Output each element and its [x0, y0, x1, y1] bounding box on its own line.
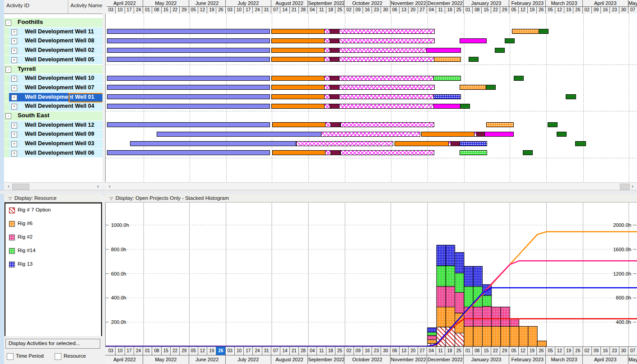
week-cell[interactable]: 26 — [537, 347, 546, 355]
gantt-bar-maroon[interactable] — [330, 76, 340, 81]
week-cell[interactable]: 06 — [391, 347, 400, 355]
gantt-bar-dot-orange[interactable] — [512, 29, 539, 34]
gantt-bar-actual[interactable] — [107, 57, 270, 62]
histogram-bar-segment[interactable] — [501, 307, 510, 327]
week-cell[interactable]: 25 — [335, 7, 344, 14]
histogram-bar-segment[interactable] — [437, 245, 446, 266]
resource-checkbox[interactable] — [55, 353, 61, 360]
gantt-bar-maroon[interactable] — [330, 150, 340, 155]
gantt-bar-dot-blue[interactable] — [433, 94, 461, 99]
resource-panel-header[interactable]: ▽Display: Resource — [4, 194, 102, 203]
scroll-left-icon[interactable]: ‹ — [5, 183, 12, 190]
week-cell[interactable]: 15 — [162, 7, 171, 14]
week-cell[interactable]: 20 — [409, 347, 418, 355]
week-cell[interactable]: 15 — [482, 7, 491, 14]
activity-row[interactable]: +Well Development Well 03 — [4, 139, 102, 148]
month-cell[interactable]: April 2023 — [583, 355, 628, 364]
gantt-bar-dot-green[interactable] — [433, 76, 461, 81]
gantt-bar-green[interactable] — [460, 104, 470, 109]
histogram-bar-segment[interactable] — [428, 340, 437, 343]
activity-row[interactable]: +Well Development Well 02 — [4, 46, 102, 55]
month-cell[interactable]: April 2023 — [583, 0, 628, 7]
month-cell[interactable]: January 2023 — [464, 0, 509, 7]
week-cell[interactable]: 10 — [235, 347, 244, 355]
gantt-bar-magenta[interactable] — [484, 132, 514, 137]
week-cell[interactable]: 16 — [601, 347, 610, 355]
week-cell[interactable]: 09 — [592, 7, 601, 14]
week-cell[interactable]: 25 — [335, 347, 344, 355]
time-period-checkbox[interactable] — [7, 353, 14, 360]
collapse-group-icon[interactable]: - — [5, 113, 11, 119]
week-cell[interactable]: 22 — [491, 347, 500, 355]
week-cell[interactable]: 15 — [482, 347, 491, 355]
histogram-bar-segment[interactable] — [492, 327, 501, 346]
table-horizontal-scrollbar[interactable]: ‹ › — [4, 182, 102, 190]
week-cell[interactable]: 19 — [564, 7, 573, 14]
month-cell[interactable]: June 2022 — [189, 0, 226, 7]
gantt-bar-maroon[interactable] — [330, 104, 340, 109]
gantt-bar-orange[interactable] — [271, 76, 325, 81]
group-row[interactable]: -Tyrrell — [4, 65, 102, 74]
week-cell[interactable]: 12 — [519, 347, 528, 355]
week-cell[interactable]: 07 — [628, 7, 637, 14]
gantt-bar-orange[interactable] — [271, 57, 325, 62]
gantt-bar-xhatch[interactable] — [339, 94, 434, 99]
week-cell[interactable]: 04 — [308, 7, 317, 14]
week-cell[interactable]: 08 — [473, 347, 482, 355]
expand-activity-icon[interactable]: + — [11, 85, 17, 91]
month-cell[interactable]: May 2022 — [143, 0, 189, 7]
histogram-bar-segment[interactable] — [464, 266, 473, 286]
expand-activity-icon[interactable]: + — [11, 141, 17, 147]
week-cell[interactable]: 11 — [317, 347, 326, 355]
week-cell[interactable]: 07 — [271, 7, 280, 14]
histogram-bar-segment[interactable] — [501, 327, 510, 346]
week-cell[interactable]: 11 — [436, 7, 445, 14]
histogram-bar-segment[interactable] — [455, 273, 464, 292]
scroll-right-icon[interactable]: › — [94, 183, 102, 190]
histogram-bar-segment[interactable] — [473, 327, 482, 346]
gantt-horizontal-scrollbar[interactable]: ‹ › — [105, 182, 637, 190]
gantt-bar-green[interactable] — [539, 29, 549, 34]
week-cell[interactable]: 05 — [509, 347, 518, 355]
month-cell[interactable]: October 2022 — [344, 0, 390, 7]
gantt-bar-maroon[interactable] — [330, 57, 340, 62]
week-cell[interactable]: 30 — [619, 347, 628, 355]
week-cell[interactable]: 30 — [381, 347, 390, 355]
week-cell[interactable]: 17 — [125, 347, 134, 355]
gantt-bar-xhatch[interactable] — [340, 150, 434, 155]
activity-row[interactable]: +Well Development Well 12 — [4, 121, 102, 130]
month-cell[interactable]: May 2023 — [628, 355, 637, 364]
expand-activity-icon[interactable]: + — [11, 48, 17, 54]
week-cell[interactable]: 26 — [216, 347, 225, 355]
month-cell[interactable]: May 2022 — [143, 355, 189, 364]
week-cell[interactable]: 07 — [628, 347, 637, 355]
month-cell[interactable]: March 2023 — [546, 0, 582, 7]
gantt-bar-orange[interactable] — [395, 141, 449, 146]
gantt-bar-xhatch[interactable] — [339, 85, 435, 90]
expand-activity-icon[interactable]: + — [11, 123, 17, 129]
month-cell[interactable]: June 2022 — [189, 355, 226, 364]
activity-row[interactable]: +Well Development Well 10 — [4, 74, 102, 83]
gantt-bar-orange[interactable] — [271, 85, 325, 90]
week-cell[interactable]: 19 — [207, 7, 216, 14]
gantt-bar-green[interactable] — [557, 132, 567, 137]
gantt-bar-green[interactable] — [523, 150, 533, 155]
month-cell[interactable]: December 2022 — [427, 0, 464, 7]
expand-activity-icon[interactable]: + — [11, 29, 17, 35]
histogram-bar-segment[interactable] — [455, 333, 464, 346]
week-cell[interactable]: 25 — [455, 347, 464, 355]
week-cell[interactable]: 18 — [326, 347, 335, 355]
week-cell[interactable]: 26 — [216, 7, 225, 14]
group-row[interactable]: -Foothills — [4, 18, 102, 27]
week-cell[interactable]: 22 — [171, 7, 180, 14]
month-cell[interactable]: April 2022 — [107, 355, 143, 364]
week-cell[interactable]: 28 — [299, 7, 308, 14]
week-cell[interactable]: 06 — [391, 7, 400, 14]
histogram-bar-segment[interactable] — [455, 253, 464, 273]
gantt-bar-maroon[interactable] — [476, 132, 485, 137]
gantt-bar-orange[interactable] — [271, 104, 325, 109]
week-cell[interactable]: 01 — [143, 7, 152, 14]
week-cell[interactable]: 24 — [134, 347, 143, 355]
scrollbar-thumb[interactable] — [620, 184, 630, 190]
gantt-bar-actual[interactable] — [107, 76, 270, 81]
